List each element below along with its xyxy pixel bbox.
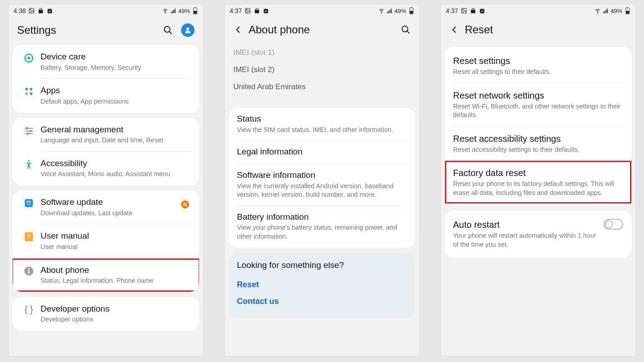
svg-rect-46	[604, 11, 605, 13]
wifi-icon	[378, 8, 385, 14]
svg-rect-45	[603, 12, 604, 13]
svg-rect-6	[173, 10, 174, 14]
wifi-icon	[162, 8, 168, 14]
status-bar: 4:38 49%	[9, 5, 203, 17]
search-icon[interactable]	[163, 25, 173, 35]
device-care-icon	[21, 52, 37, 64]
page-title: Reset	[465, 23, 493, 36]
svg-rect-31	[263, 9, 268, 13]
clock: 4:37	[230, 7, 242, 14]
item-sub: Reset all settings to their defaults.	[453, 68, 623, 77]
svg-point-40	[402, 26, 408, 32]
clock: 4:37	[446, 7, 458, 14]
braces-icon: { }	[21, 304, 37, 315]
item-sub: Language and input, Date and time, Reset	[41, 136, 191, 145]
item-title: Reset accessibility settings	[453, 133, 623, 145]
svg-rect-35	[390, 10, 390, 14]
item-title: Auto restart	[453, 219, 596, 231]
info-line[interactable]: IMEI (slot 1)	[233, 44, 411, 61]
svg-point-27	[28, 268, 30, 269]
item-sub: Battery, Storage, Memory, Security	[41, 63, 191, 72]
svg-rect-5	[172, 11, 173, 13]
search-icon[interactable]	[401, 25, 411, 35]
apps-icon	[21, 86, 37, 97]
settings-item-general-management[interactable]: General management Language and input, D…	[13, 118, 199, 151]
reset-options-card: Reset settings Reset all settings to the…	[445, 47, 631, 205]
svg-point-15	[25, 88, 28, 90]
svg-rect-10	[194, 11, 196, 14]
page-title: About phone	[249, 23, 310, 36]
svg-point-11	[164, 27, 170, 32]
bag-icon	[470, 8, 476, 14]
svg-rect-0	[29, 9, 34, 14]
svg-rect-39	[410, 11, 413, 14]
svg-rect-2	[47, 9, 52, 13]
about-item-battery[interactable]: Battery information View your phone's ba…	[229, 206, 415, 248]
svg-point-1	[30, 9, 31, 10]
contact-us-link[interactable]: Contact us	[237, 293, 407, 310]
svg-point-14	[27, 57, 31, 60]
settings-item-apps[interactable]: Apps Default apps, App permissions	[13, 79, 199, 112]
screen-reset: 4:37 49% Reset Reset settings Reset all …	[441, 5, 635, 356]
signal-icon	[603, 8, 609, 14]
about-item-status[interactable]: Status View the SIM card status, IMEI, a…	[229, 108, 415, 140]
svg-point-32	[381, 13, 381, 13]
reset-link[interactable]: Reset	[229, 276, 415, 293]
settings-item-accessibility[interactable]: Accessibility Voice Assistant, Mono audi…	[13, 152, 199, 185]
item-sub: Default apps, App permissions	[41, 97, 191, 106]
about-item-software[interactable]: Software information View the currently …	[229, 164, 415, 206]
reset-item-factory[interactable]: Factory data reset Reset your phone to i…	[445, 161, 631, 204]
reset-item-network[interactable]: Reset network settings Reset Wi-Fi, Blue…	[453, 83, 623, 126]
item-sub: Reset Wi-Fi, Bluetooth, and other networ…	[453, 102, 623, 120]
info-line[interactable]: IMEI (slot 2)	[233, 61, 411, 78]
auto-restart-toggle[interactable]	[603, 219, 623, 230]
settings-header: Settings	[9, 17, 203, 45]
settings-card: Device care Battery, Storage, Memory, Se…	[13, 45, 199, 113]
back-icon[interactable]	[449, 25, 459, 35]
about-item-legal[interactable]: Legal information	[229, 141, 415, 164]
image-icon	[461, 8, 467, 14]
svg-rect-33	[387, 12, 388, 13]
svg-point-18	[30, 92, 32, 95]
back-icon[interactable]	[233, 25, 243, 35]
item-sub: Voice Assistant, Mono audio, Assistant m…	[41, 170, 191, 179]
status-bar: 4:37 49%	[225, 5, 419, 17]
settings-item-user-manual[interactable]: ? User manual User manual	[13, 224, 199, 258]
settings-card: { } Developer options Developer options	[13, 297, 199, 330]
svg-point-19	[26, 127, 28, 129]
settings-item-software-update[interactable]: Software update Download updates, Last u…	[13, 190, 199, 224]
page-title: Settings	[17, 24, 56, 36]
item-title: Factory data reset	[453, 167, 623, 179]
settings-item-developer-options[interactable]: { } Developer options Developer options	[13, 297, 199, 330]
new-badge: N	[181, 200, 189, 208]
svg-point-16	[30, 88, 32, 90]
screen-about-phone: 4:37 49% About phone	[225, 5, 419, 356]
svg-rect-38	[410, 7, 412, 8]
check-badge-icon	[46, 8, 53, 14]
svg-point-17	[25, 92, 28, 95]
item-title: Apps	[41, 85, 191, 96]
reset-item-settings[interactable]: Reset settings Reset all settings to the…	[453, 49, 623, 83]
item-title: Legal information	[237, 146, 407, 158]
looking-for-card: Looking for something else? Reset Contac…	[229, 253, 415, 318]
item-sub: View the SIM card status, IMEI, and othe…	[237, 126, 407, 135]
item-title: Battery information	[237, 212, 407, 223]
item-title: General management	[41, 124, 191, 136]
item-title: Developer options	[41, 303, 191, 315]
item-sub: Status, Legal information, Phone name	[41, 276, 191, 285]
item-sub: Developer options	[41, 315, 191, 324]
svg-point-12	[186, 27, 189, 30]
reset-item-accessibility[interactable]: Reset accessibility settings Reset acces…	[453, 127, 623, 161]
settings-item-device-care[interactable]: Device care Battery, Storage, Memory, Se…	[13, 45, 199, 78]
battery-icon	[192, 8, 198, 14]
bag-icon	[37, 8, 44, 14]
svg-rect-29	[245, 9, 250, 14]
info-line[interactable]: United Arab Emirates	[233, 78, 411, 95]
item-title: Device care	[41, 51, 191, 63]
settings-item-about-phone[interactable]: About phone Status, Legal information, P…	[13, 258, 199, 292]
item-sub: Your phone will restart automatically wi…	[453, 231, 596, 249]
profile-icon[interactable]	[181, 23, 195, 37]
reset-item-auto-restart[interactable]: Auto restart Your phone will restart aut…	[453, 213, 623, 255]
battery-percent: 49%	[178, 8, 190, 14]
image-icon	[245, 8, 251, 14]
